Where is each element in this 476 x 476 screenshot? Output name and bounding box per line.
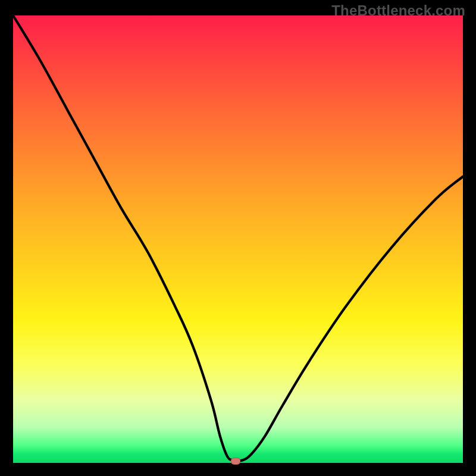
bottleneck-curve xyxy=(13,15,463,461)
chart-frame: TheBottleneck.com xyxy=(0,0,476,476)
watermark-text: TheBottleneck.com xyxy=(331,2,465,19)
minimum-marker xyxy=(231,458,240,465)
curve-svg xyxy=(13,15,463,463)
plot-area xyxy=(13,15,463,463)
